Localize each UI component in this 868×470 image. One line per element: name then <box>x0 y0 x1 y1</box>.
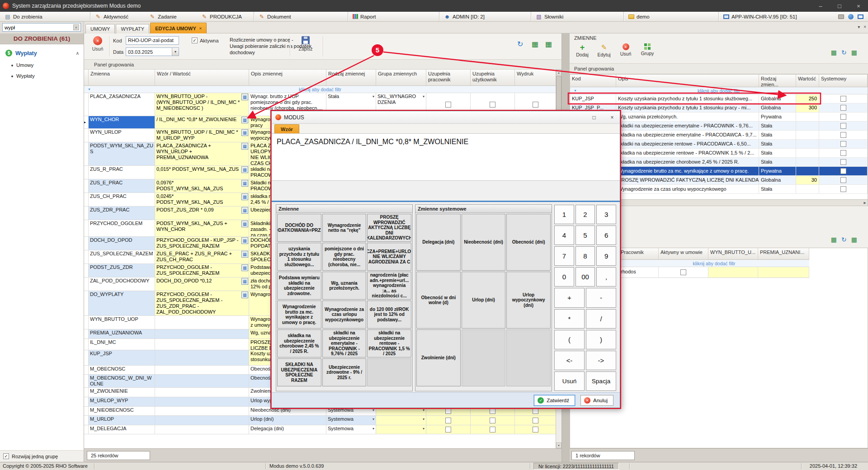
zmienne-variable-button[interactable]: PROSZĘ WPROWADZIĆ AKTYCZNĄ LICZBĘ DNI KA… <box>367 214 411 242</box>
checkbox[interactable] <box>445 408 451 414</box>
zmienne-variable-button[interactable]: Wg, uznania przełożonych. <box>322 272 367 300</box>
cell-wyn-brutto[interactable] <box>708 267 758 278</box>
grid-layout-icon[interactable] <box>545 40 552 48</box>
system-variable-button[interactable]: Urlop (dni) <box>462 272 506 329</box>
checkbox[interactable] <box>490 408 495 414</box>
tab-umowy[interactable]: UMOWY <box>85 24 115 33</box>
dropdown-icon[interactable] <box>373 94 374 99</box>
keypad-button[interactable]: 6 <box>596 226 616 245</box>
main-table-row[interactable]: M_DELEGACJADelegacja (dni)Systemowa <box>84 425 556 434</box>
keypad-button[interactable]: Usuń <box>554 371 585 391</box>
formula-edit-icon[interactable] <box>241 237 248 244</box>
zmienne-variable-button[interactable]: Podstawa wymiaru składki na ubezpieczeni… <box>277 272 321 300</box>
keypad-button[interactable]: 7 <box>554 246 574 266</box>
main-column-header[interactable]: Uzupełnia pracownik <box>426 70 471 85</box>
zmienne-variable-button[interactable]: Wynagrodzenie brutto za mc. wynikające z… <box>277 301 321 329</box>
checkbox[interactable] <box>680 269 686 275</box>
menu-item-7[interactable]: Słowniki <box>531 12 624 21</box>
checkbox[interactable] <box>840 123 846 129</box>
employees-column-header[interactable]: Pracownik <box>619 248 659 259</box>
excel-icon[interactable] <box>851 49 857 56</box>
cell-grupa[interactable] <box>376 416 426 425</box>
cell-rodzaj[interactable]: Systemowa <box>326 425 376 434</box>
keypad-button[interactable]: 3 <box>596 205 616 224</box>
toolbar-dodaj-button[interactable]: Dodaj <box>571 42 593 61</box>
checkbox[interactable] <box>490 427 495 432</box>
main-column-header[interactable]: Wzór / Wartość <box>155 70 249 85</box>
collapse-icon[interactable] <box>76 51 79 56</box>
keypad-button[interactable]: 9 <box>596 246 616 266</box>
zmienne-variable-button[interactable]: składka na ubezpieczenie chorobowe 2,45 … <box>277 329 321 357</box>
zatwierdz-button[interactable]: Zatwierdź <box>534 395 575 406</box>
tab-close-icon[interactable] <box>863 24 866 29</box>
tab-list-icon[interactable] <box>858 24 860 29</box>
zmienne-grouping-panel[interactable]: Panel grupowania <box>570 63 868 74</box>
zmienne-variable-button[interactable]: SKŁADKI NA UBEZPIECZENIA SPOŁECZNE RAZEM <box>277 358 321 386</box>
zmienne-variable-button[interactable]: Wynagrodzenie netto na "rękę" <box>322 214 367 242</box>
formula-input[interactable]: PLACA_ZASADNICZA / IL_DNI_MC *0,8* M_ZWO… <box>272 134 620 181</box>
keypad-button[interactable]: ( <box>554 330 585 349</box>
data-input[interactable]: 03.03.2025 <box>126 47 179 56</box>
zmienne-variable-button[interactable]: pomiejszone o dni gdy prac. nieobecny (c… <box>322 243 367 271</box>
checkbox[interactable] <box>445 102 451 108</box>
keypad-button[interactable]: 1 <box>554 205 574 224</box>
keypad-button[interactable]: ) <box>586 330 616 349</box>
zmienne-filter-row[interactable]: kliknij aby dodać filtr <box>570 87 868 94</box>
main-column-header[interactable]: Wydruk <box>515 70 556 85</box>
checkbox[interactable] <box>490 102 495 108</box>
keypad-button[interactable]: -> <box>586 351 616 370</box>
menu-item-5[interactable]: Raport <box>348 12 439 21</box>
excel-icon[interactable] <box>851 236 857 243</box>
employees-table-row[interactable]: rhodos <box>619 267 809 278</box>
cell-premia[interactable] <box>758 267 809 278</box>
menu-item-8[interactable]: demo <box>624 12 719 21</box>
checkbox[interactable] <box>840 168 846 174</box>
keypad-button[interactable]: 2 <box>576 205 595 224</box>
formula-edit-icon[interactable] <box>241 166 248 173</box>
keypad-button[interactable]: <- <box>554 351 585 370</box>
tab-wypłaty[interactable]: WYPŁATY <box>116 24 149 33</box>
dropdown-icon[interactable] <box>423 416 425 422</box>
clear-search-icon[interactable] <box>73 24 79 30</box>
tab-close-icon[interactable] <box>199 26 202 31</box>
formula-edit-icon[interactable] <box>241 143 248 150</box>
employees-filter-row[interactable]: kliknij aby dodać filtr <box>619 260 809 267</box>
system-variable-button[interactable]: Nieobecność (dni) <box>462 214 506 271</box>
keypad-button[interactable]: * <box>554 309 585 329</box>
tab-edycja-umowy[interactable]: EDYCJA UMOWY <box>150 23 207 33</box>
main-column-header[interactable]: Rodzaj zmiennej <box>326 70 376 85</box>
keypad-button[interactable]: , <box>596 267 616 287</box>
main-filter-row[interactable]: kliknij aby dodać filtr <box>84 86 556 93</box>
system-variable-button[interactable]: Delegacja (dni) <box>416 214 461 271</box>
zmienne-variable-button[interactable]: składki na ubezpieczenie rentowe - PRACO… <box>367 329 411 357</box>
checkbox[interactable] <box>840 141 846 147</box>
checkbox[interactable] <box>533 408 538 414</box>
checkbox[interactable] <box>445 418 451 423</box>
refresh-icon[interactable] <box>841 49 847 56</box>
excel-add-icon[interactable] <box>831 236 837 243</box>
zmienne-variable-button[interactable]: składki na ubezpieczenie emerytalne - PR… <box>322 329 367 357</box>
cell-rodzaj[interactable]: Systemowa <box>326 416 376 425</box>
menu-item-4[interactable]: Dokument <box>254 12 348 21</box>
system-variable-button[interactable]: Zwolnienie (dni) <box>416 329 461 386</box>
toolbar-edytuj-button[interactable]: Edytuj <box>593 42 615 61</box>
menu-item-2[interactable]: Zadanie <box>145 12 197 21</box>
toolbar-grupy-button[interactable]: Grupy <box>637 42 658 61</box>
printer-icon[interactable] <box>838 14 844 19</box>
expand-one-group-checkbox[interactable] <box>3 453 9 459</box>
employees-column-header[interactable]: Aktywny w umowie <box>659 248 708 259</box>
minimize-button[interactable]: – <box>811 0 830 12</box>
keypad-button[interactable]: 4 <box>554 226 574 245</box>
keypad-button[interactable]: Spacja <box>586 371 616 391</box>
main-column-header[interactable]: Opis zmiennej <box>249 70 326 85</box>
checkbox[interactable] <box>533 418 538 423</box>
globe-icon[interactable] <box>848 14 854 19</box>
menu-item-1[interactable]: Aktywność <box>90 12 145 21</box>
keypad-button[interactable]: / <box>586 309 616 329</box>
calendar-dropdown-icon[interactable] <box>172 48 179 56</box>
zmienne-variable-button[interactable]: Ubezpieczenie zdrowotne - 9% / 2025 r. <box>322 358 367 386</box>
formula-edit-icon[interactable] <box>241 94 248 100</box>
save-button[interactable]: Zapisz <box>295 36 316 52</box>
checkbox[interactable] <box>840 177 846 183</box>
close-button[interactable]: × <box>849 0 868 12</box>
